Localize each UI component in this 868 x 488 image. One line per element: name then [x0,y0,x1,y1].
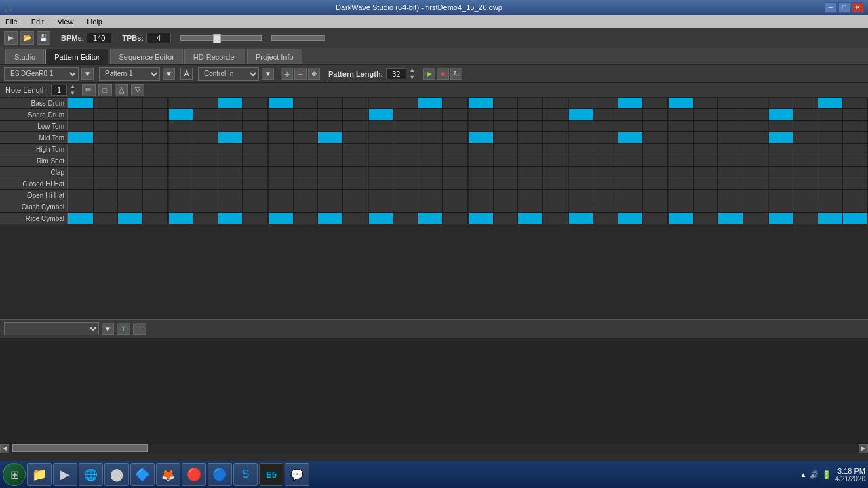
drum-label[interactable]: Mid Tom [0,132,68,143]
step-cell[interactable] [568,155,594,166]
stop-button[interactable]: ■ [437,68,449,80]
step-cell[interactable] [618,155,644,166]
step-cell[interactable] [168,213,194,224]
step-cell[interactable] [94,201,119,212]
step-cell[interactable] [294,190,319,201]
step-cell[interactable] [68,213,94,224]
step-cell[interactable] [743,201,768,212]
step-cell[interactable] [718,155,743,166]
step-cell[interactable] [494,213,519,224]
step-cell[interactable] [393,144,418,155]
step-cell[interactable] [568,213,594,224]
scroll-track[interactable] [9,444,859,453]
step-cell[interactable] [793,109,818,120]
step-cell[interactable] [518,132,543,143]
step-cell[interactable] [218,144,243,155]
save-button[interactable]: 💾 [37,31,50,45]
step-cell[interactable] [268,98,294,108]
step-cell[interactable] [668,167,694,178]
step-cell[interactable] [268,190,294,201]
step-cell[interactable] [168,167,194,178]
step-cell[interactable] [743,144,768,155]
step-cell[interactable] [694,190,719,201]
step-cell[interactable] [318,167,343,178]
step-cell[interactable] [668,98,694,108]
step-cell[interactable] [568,132,594,143]
step-cell[interactable] [468,98,494,108]
step-cell[interactable] [268,201,294,212]
step-cell[interactable] [368,98,394,108]
step-cell[interactable] [843,201,868,212]
step-cell[interactable] [793,121,818,131]
step-cell[interactable] [268,178,294,189]
step-cell[interactable] [418,201,443,212]
step-cell[interactable] [393,178,418,189]
step-cell[interactable] [118,213,143,224]
step-cell[interactable] [143,98,168,108]
step-cell[interactable] [243,201,268,212]
step-cell[interactable] [393,98,418,108]
step-cell[interactable] [68,155,94,166]
step-cell[interactable] [243,178,268,189]
step-cell[interactable] [168,132,194,143]
instrument-select[interactable]: ES DGenR8 1 [4,67,79,81]
step-cell[interactable] [818,121,844,131]
step-cell[interactable] [768,121,794,131]
step-cell[interactable] [793,167,818,178]
step-cell[interactable] [218,178,243,189]
taskbar-ie[interactable]: 🌐 [79,463,103,486]
step-cell[interactable] [343,167,368,178]
control-select[interactable]: Control In [198,67,259,81]
step-cell[interactable] [193,167,218,178]
step-cell[interactable] [543,98,568,108]
step-cell[interactable] [294,144,319,155]
step-cell[interactable] [743,109,768,120]
step-cell[interactable] [268,109,294,120]
step-cell[interactable] [768,190,794,201]
step-cell[interactable] [218,109,243,120]
step-cell[interactable] [593,178,618,189]
step-cell[interactable] [143,167,168,178]
step-cell[interactable] [443,178,468,189]
step-cell[interactable] [494,109,519,120]
step-cell[interactable] [568,190,594,201]
step-cell[interactable] [143,144,168,155]
maximize-button[interactable]: □ [838,2,850,13]
drum-label[interactable]: Bass Drum [0,98,68,108]
step-cell[interactable] [243,132,268,143]
step-cell[interactable] [818,201,844,212]
step-cell[interactable] [268,132,294,143]
step-cell[interactable] [418,213,443,224]
step-cell[interactable] [694,144,719,155]
drum-label[interactable]: Open Hi Hat [0,190,68,201]
step-cell[interactable] [193,121,218,131]
step-cell[interactable] [243,121,268,131]
step-cell[interactable] [94,190,119,201]
pattern-dropdown[interactable]: ▼ [163,68,175,80]
step-cell[interactable] [418,144,443,155]
control-dropdown[interactable]: ▼ [262,68,274,80]
step-cell[interactable] [418,155,443,166]
step-cell[interactable] [318,190,343,201]
step-cell[interactable] [343,178,368,189]
step-cell[interactable] [143,109,168,120]
step-cell[interactable] [568,167,594,178]
step-cell[interactable] [368,109,394,120]
step-cell[interactable] [494,190,519,201]
step-cell[interactable] [818,98,844,108]
step-cell[interactable] [143,201,168,212]
step-cell[interactable] [318,98,343,108]
loop-button[interactable]: ↻ [450,68,462,80]
step-cell[interactable] [843,132,868,143]
step-cell[interactable] [718,109,743,120]
step-cell[interactable] [318,201,343,212]
step-cell[interactable] [618,121,644,131]
tab-project-info[interactable]: Project Info [247,49,302,64]
step-cell[interactable] [443,144,468,155]
step-cell[interactable] [243,213,268,224]
step-cell[interactable] [368,178,394,189]
step-cell[interactable] [418,98,443,108]
step-cell[interactable] [294,155,319,166]
step-cell[interactable] [668,213,694,224]
step-cell[interactable] [793,98,818,108]
